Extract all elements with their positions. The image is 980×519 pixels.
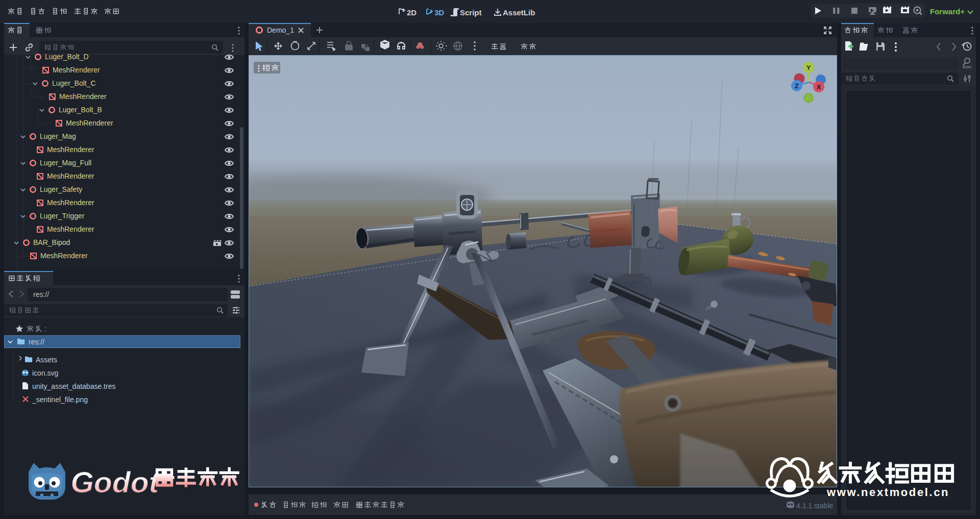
svg-text:3D: 3D xyxy=(434,8,444,17)
svg-text:X: X xyxy=(817,83,821,91)
svg-text:DOC: DOC xyxy=(963,65,972,69)
svg-text:Y: Y xyxy=(806,64,811,71)
svg-text:www.nextmodel.cn: www.nextmodel.cn xyxy=(826,486,949,499)
svg-text:Script: Script xyxy=(460,8,482,17)
svg-text:Z: Z xyxy=(795,82,799,90)
svg-text:Godot: Godot xyxy=(70,466,160,499)
svg-text:2D: 2D xyxy=(407,8,416,17)
svg-text:AssetLib: AssetLib xyxy=(503,8,535,17)
